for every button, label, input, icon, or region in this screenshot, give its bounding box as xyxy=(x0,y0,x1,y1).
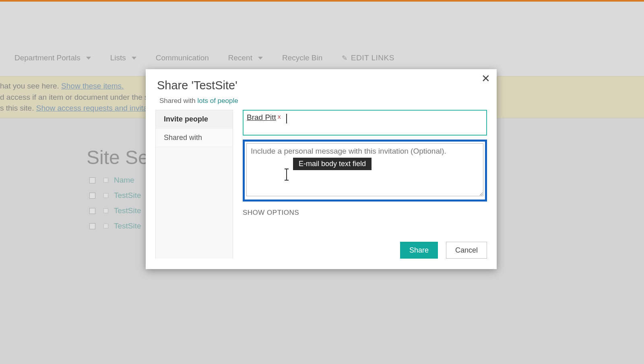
tooltip: E-mail body text field xyxy=(293,158,372,170)
invite-panel: Brad Pitt x E-mail body text field SHOW … xyxy=(233,110,487,259)
share-button[interactable]: Share xyxy=(400,242,438,259)
remove-person-icon[interactable]: x xyxy=(278,113,281,120)
dialog-subtitle: Shared with lots of people xyxy=(146,94,497,110)
dialog-body: Invite people Shared with Brad Pitt x E-… xyxy=(146,110,497,269)
text-caret xyxy=(286,114,287,123)
shared-with-link[interactable]: lots of people xyxy=(198,97,238,105)
cancel-button[interactable]: Cancel xyxy=(446,242,487,259)
dialog-buttons: Share Cancel xyxy=(400,242,487,259)
message-field-highlight: E-mail body text field xyxy=(243,140,487,202)
show-options-toggle[interactable]: SHOW OPTIONS xyxy=(243,209,487,217)
people-picker-input[interactable]: Brad Pitt x xyxy=(243,110,487,136)
person-chip[interactable]: Brad Pitt xyxy=(247,113,276,122)
dialog-tabs: Invite people Shared with xyxy=(155,110,233,259)
page: Department Portals Lists Communication R… xyxy=(0,2,644,364)
close-icon[interactable]: ✕ xyxy=(481,73,490,84)
text-cursor-icon xyxy=(286,169,287,180)
shared-with-prefix: Shared with xyxy=(159,97,198,105)
share-dialog: ✕ Share 'TestSite' Shared with lots of p… xyxy=(146,69,497,269)
tab-invite-people[interactable]: Invite people xyxy=(156,110,233,129)
dialog-title: Share 'TestSite' xyxy=(146,69,497,94)
tab-shared-with[interactable]: Shared with xyxy=(156,129,233,147)
